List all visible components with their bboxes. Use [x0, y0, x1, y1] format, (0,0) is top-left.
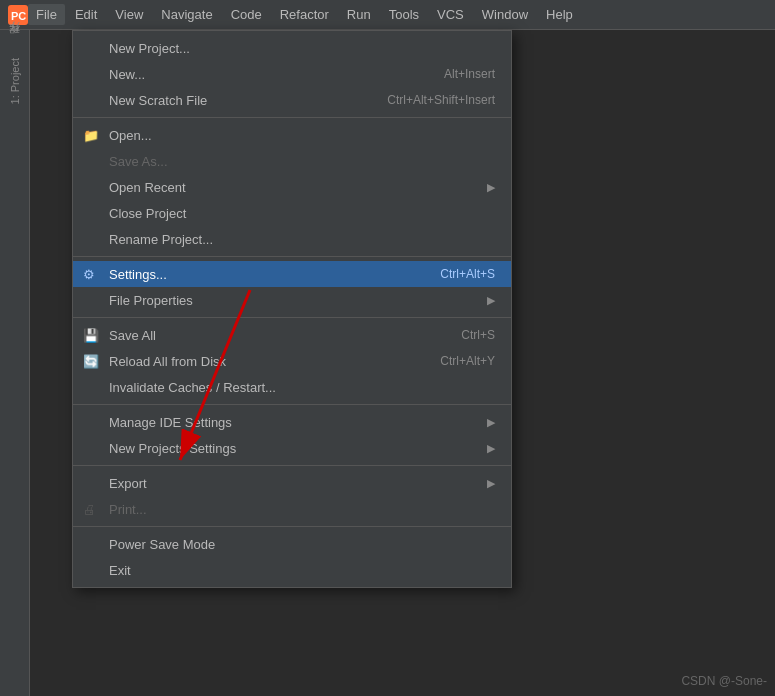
sidebar: 程序 1: Project: [0, 30, 30, 696]
save-all-label: Save All: [109, 328, 156, 343]
gear-icon: ⚙: [83, 267, 95, 282]
divider-2: [73, 256, 511, 257]
menu-edit[interactable]: Edit: [67, 4, 105, 25]
reload-all-label: Reload All from Disk: [109, 354, 226, 369]
svg-text:PC: PC: [11, 10, 26, 22]
open-label: Open...: [109, 128, 152, 143]
app-logo: PC: [8, 5, 28, 25]
rename-project-label: Rename Project...: [109, 232, 213, 247]
menu-item-new-project[interactable]: New Project...: [73, 35, 511, 61]
menu-run[interactable]: Run: [339, 4, 379, 25]
watermark: CSDN @-Sone-: [681, 674, 767, 688]
menu-vcs[interactable]: VCS: [429, 4, 472, 25]
menu-item-settings[interactable]: ⚙ Settings... Ctrl+Alt+S: [73, 261, 511, 287]
menu-item-new-projects-settings[interactable]: New Projects Settings ▶: [73, 435, 511, 461]
manage-ide-arrow: ▶: [487, 416, 495, 429]
divider-5: [73, 465, 511, 466]
file-properties-label: File Properties: [109, 293, 193, 308]
divider-4: [73, 404, 511, 405]
new-project-label: New Project...: [109, 41, 190, 56]
menu-help[interactable]: Help: [538, 4, 581, 25]
menu-item-power-save[interactable]: Power Save Mode: [73, 531, 511, 557]
save-icon: 💾: [83, 328, 99, 343]
save-all-shortcut: Ctrl+S: [461, 328, 495, 342]
divider-6: [73, 526, 511, 527]
main-area: 程序 1: Project New Project... New... Alt+…: [0, 30, 775, 696]
menu-item-open-recent[interactable]: Open Recent ▶: [73, 174, 511, 200]
menu-window[interactable]: Window: [474, 4, 536, 25]
sidebar-tab-program[interactable]: 程序: [3, 34, 26, 50]
reload-all-shortcut: Ctrl+Alt+Y: [440, 354, 495, 368]
new-scratch-shortcut: Ctrl+Alt+Shift+Insert: [387, 93, 495, 107]
menu-item-new[interactable]: New... Alt+Insert: [73, 61, 511, 87]
open-recent-arrow: ▶: [487, 181, 495, 194]
menubar: File Edit View Navigate Code Refactor Ru…: [28, 4, 581, 25]
invalidate-label: Invalidate Caches / Restart...: [109, 380, 276, 395]
sidebar-tab-project[interactable]: 1: Project: [5, 50, 25, 112]
settings-label: Settings...: [109, 267, 167, 282]
titlebar: PC File Edit View Navigate Code Refactor…: [0, 0, 775, 30]
menu-file[interactable]: File: [28, 4, 65, 25]
menu-item-invalidate[interactable]: Invalidate Caches / Restart...: [73, 374, 511, 400]
menu-item-save-all[interactable]: 💾 Save All Ctrl+S: [73, 322, 511, 348]
menu-item-manage-ide[interactable]: Manage IDE Settings ▶: [73, 409, 511, 435]
power-save-label: Power Save Mode: [109, 537, 215, 552]
exit-label: Exit: [109, 563, 131, 578]
divider-3: [73, 317, 511, 318]
new-projects-settings-label: New Projects Settings: [109, 441, 236, 456]
menu-item-open[interactable]: 📁 Open...: [73, 122, 511, 148]
menu-view[interactable]: View: [107, 4, 151, 25]
menu-item-file-properties[interactable]: File Properties ▶: [73, 287, 511, 313]
print-label: Print...: [109, 502, 147, 517]
new-scratch-label: New Scratch File: [109, 93, 207, 108]
menu-item-save-as: Save As...: [73, 148, 511, 174]
new-label: New...: [109, 67, 145, 82]
content-area: New Project... New... Alt+Insert New Scr…: [30, 30, 775, 696]
menu-item-exit[interactable]: Exit: [73, 557, 511, 583]
open-recent-label: Open Recent: [109, 180, 186, 195]
divider-1: [73, 117, 511, 118]
menu-item-new-scratch[interactable]: New Scratch File Ctrl+Alt+Shift+Insert: [73, 87, 511, 113]
folder-icon: 📁: [83, 128, 99, 143]
menu-item-close-project[interactable]: Close Project: [73, 200, 511, 226]
menu-refactor[interactable]: Refactor: [272, 4, 337, 25]
save-as-label: Save As...: [109, 154, 168, 169]
reload-icon: 🔄: [83, 354, 99, 369]
menu-item-print: 🖨 Print...: [73, 496, 511, 522]
export-label: Export: [109, 476, 147, 491]
menu-code[interactable]: Code: [223, 4, 270, 25]
menu-navigate[interactable]: Navigate: [153, 4, 220, 25]
menu-tools[interactable]: Tools: [381, 4, 427, 25]
print-icon: 🖨: [83, 502, 96, 517]
new-projects-settings-arrow: ▶: [487, 442, 495, 455]
export-arrow: ▶: [487, 477, 495, 490]
menu-item-reload-all[interactable]: 🔄 Reload All from Disk Ctrl+Alt+Y: [73, 348, 511, 374]
file-properties-arrow: ▶: [487, 294, 495, 307]
new-shortcut: Alt+Insert: [444, 67, 495, 81]
file-dropdown-menu: New Project... New... Alt+Insert New Scr…: [72, 30, 512, 588]
menu-item-export[interactable]: Export ▶: [73, 470, 511, 496]
close-project-label: Close Project: [109, 206, 186, 221]
manage-ide-label: Manage IDE Settings: [109, 415, 232, 430]
settings-shortcut: Ctrl+Alt+S: [440, 267, 495, 281]
menu-item-rename-project[interactable]: Rename Project...: [73, 226, 511, 252]
